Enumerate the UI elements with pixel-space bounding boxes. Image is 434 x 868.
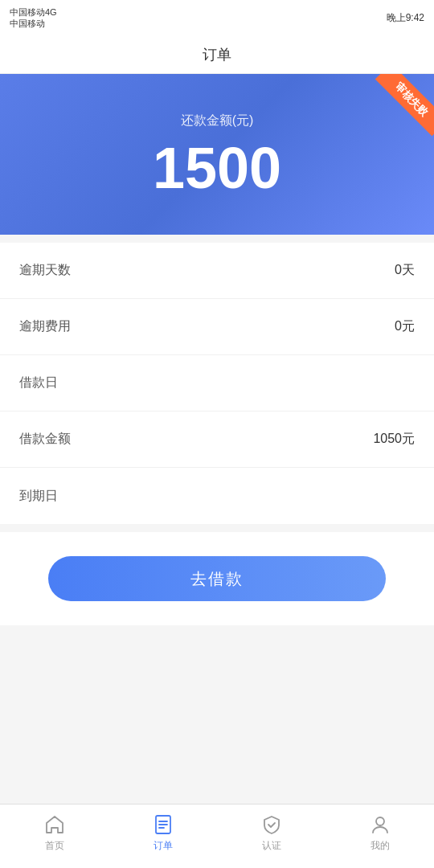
- carrier-2: 中国移动: [10, 18, 57, 29]
- loan-amount-value: 1050元: [373, 431, 415, 448]
- audit-status-badge: 审核失败: [375, 74, 434, 136]
- carrier-info: 中国移动4G 中国移动: [10, 6, 57, 30]
- overdue-fee-row: 逾期费用 0元: [0, 299, 434, 355]
- hero-amount: 1500: [153, 139, 281, 197]
- status-icons: 晚上9:42: [387, 11, 424, 25]
- overdue-days-label: 逾期天数: [19, 262, 71, 279]
- status-bar: 中国移动4G 中国移动 晚上9:42: [0, 0, 434, 35]
- overdue-days-value: 0天: [395, 262, 415, 279]
- loan-date-label: 借款日: [19, 375, 58, 391]
- time-display: 晚上9:42: [387, 11, 424, 25]
- page-header: 订单: [0, 35, 434, 74]
- tab-home[interactable]: 首页: [0, 813, 108, 859]
- tab-mine[interactable]: 我的: [326, 813, 434, 859]
- page-title: 订单: [203, 45, 231, 64]
- button-area: 去借款: [0, 532, 434, 625]
- due-date-label: 到期日: [19, 488, 58, 505]
- loan-date-row: 借款日: [0, 355, 434, 411]
- overdue-days-row: 逾期天数 0天: [0, 243, 434, 299]
- tab-order[interactable]: 订单: [108, 813, 217, 859]
- tab-bar: 首页 订单 认证 我的: [0, 804, 434, 868]
- tab-auth[interactable]: 认证: [217, 813, 326, 859]
- loan-amount-row: 借款金额 1050元: [0, 411, 434, 468]
- status-badge-container: 审核失败: [362, 74, 434, 146]
- tab-home-label: 首页: [45, 839, 64, 853]
- overdue-fee-value: 0元: [395, 318, 415, 335]
- hero-card: 还款金额(元) 1500 审核失败: [0, 74, 434, 235]
- tab-auth-label: 认证: [262, 839, 281, 853]
- carrier-1: 中国移动4G: [10, 6, 57, 18]
- mine-icon: [369, 813, 391, 836]
- overdue-fee-label: 逾期费用: [19, 318, 71, 335]
- due-date-row: 到期日: [0, 468, 434, 524]
- svg-point-4: [376, 817, 384, 825]
- auth-icon: [260, 813, 283, 836]
- order-icon: [152, 813, 174, 836]
- home-icon: [43, 813, 66, 836]
- info-list: 逾期天数 0天 逾期费用 0元 借款日 借款金额 1050元 到期日: [0, 243, 434, 524]
- loan-amount-label: 借款金额: [19, 431, 71, 448]
- tab-order-label: 订单: [154, 839, 173, 853]
- loan-button[interactable]: 去借款: [48, 556, 386, 601]
- hero-label: 还款金额(元): [181, 113, 254, 129]
- tab-mine-label: 我的: [371, 839, 390, 853]
